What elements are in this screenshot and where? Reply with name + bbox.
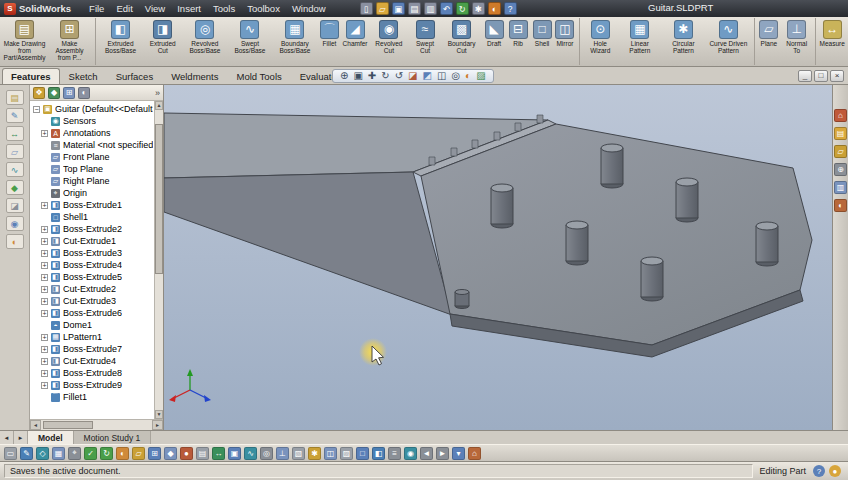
options-icon[interactable]: ✱ [472, 2, 485, 15]
design-library-icon[interactable]: ▤ [834, 127, 847, 140]
bottom-tool-icon[interactable]: ▤ [196, 447, 209, 460]
tree-item[interactable]: ◓ Dome1 [32, 319, 153, 331]
bottom-tool-icon[interactable]: ◄ [420, 447, 433, 460]
configurationmanager-tab-icon[interactable]: ⊞ [63, 87, 75, 99]
tuning-peg[interactable] [566, 221, 588, 265]
menu-view[interactable]: View [139, 2, 171, 15]
expand-icon[interactable] [41, 346, 48, 353]
bottom-tool-icon[interactable]: ● [180, 447, 193, 460]
chamfer-button[interactable]: ◢ Chamfer [341, 18, 368, 65]
extruded-boss-base-button[interactable]: ◧ Extruded Boss/Base [98, 18, 143, 65]
tree-item[interactable]: ◨ Cut-Extrude3 [32, 295, 153, 307]
expand-icon[interactable] [41, 130, 48, 137]
bottom-tool-icon[interactable]: ► [436, 447, 449, 460]
tab-mold-tools[interactable]: Mold Tools [228, 68, 291, 84]
circular-pattern-button[interactable]: ✱ Circular Pattern [661, 18, 706, 65]
menu-edit[interactable]: Edit [110, 2, 138, 15]
bottom-tool-icon[interactable]: ✱ [308, 447, 321, 460]
scroll-up-icon[interactable] [155, 101, 163, 110]
plane-button[interactable]: ▱ Plane [757, 18, 781, 65]
new-document-icon[interactable]: ▯ [360, 2, 373, 15]
measure-button[interactable]: ↔ Measure [818, 18, 846, 65]
close-window-button[interactable]: × [830, 70, 844, 82]
view-palette-icon[interactable]: ▥ [834, 181, 847, 194]
linear-pattern-button[interactable]: ▦ Linear Pattern [619, 18, 661, 65]
tree-item[interactable]: ◧ Boss-Extrude3 [32, 247, 153, 259]
scroll-tabs-right-button[interactable]: ► [14, 431, 28, 444]
tree-item[interactable]: ◨ Cut-Extrude1 [32, 235, 153, 247]
bottom-tool-icon[interactable]: ◎ [260, 447, 273, 460]
zoom-area-icon[interactable]: ▣ [353, 70, 362, 82]
bottom-tool-icon[interactable]: ◫ [324, 447, 337, 460]
tree-item-root[interactable]: ▣ Guitar (Default<<Default>_Di... [32, 103, 153, 115]
edit-appearance-icon[interactable]: ◐ [465, 70, 471, 82]
bottom-tool-icon[interactable]: ≡ [388, 447, 401, 460]
tree-item[interactable]: ◧ Boss-Extrude8 [32, 367, 153, 379]
bottom-tool-icon[interactable]: ▣ [228, 447, 241, 460]
viewport-canvas[interactable] [164, 85, 832, 430]
bottom-tool-icon[interactable]: ◐ [116, 447, 129, 460]
make-drawing-button[interactable]: ▤ Make Drawing from Part/Assembly [2, 18, 47, 65]
bottom-tool-icon[interactable]: ⊥ [276, 447, 289, 460]
expand-icon[interactable] [41, 250, 48, 257]
tuning-peg[interactable] [756, 222, 778, 266]
menu-toolbox[interactable]: Toolbox [241, 2, 286, 15]
hide-show-items-icon[interactable]: ◎ [451, 70, 460, 82]
zoom-fit-icon[interactable]: ⊕ [340, 70, 348, 82]
tab-weldments[interactable]: Weldments [162, 68, 227, 84]
featuremanager-tab-icon[interactable]: ❖ [33, 87, 45, 99]
bottom-tool-icon[interactable]: ▨ [340, 447, 353, 460]
bottom-tool-icon[interactable]: ↔ [212, 447, 225, 460]
help-button[interactable]: ? [813, 465, 825, 477]
bottom-tool-icon[interactable]: ▾ [452, 447, 465, 460]
tuning-peg[interactable] [601, 144, 623, 188]
shell-button[interactable]: □ Shell [530, 18, 554, 65]
print-preview-icon[interactable]: ▥ [424, 2, 437, 15]
tree-item[interactable]: ◧ Boss-Extrude9 [32, 379, 153, 391]
tree-item[interactable]: ▱ Front Plane [32, 151, 153, 163]
tree-item[interactable]: ◧ Boss-Extrude7 [32, 343, 153, 355]
boundary-boss-base-button[interactable]: ▦ Boundary Boss/Base [272, 18, 317, 65]
scroll-tabs-left-button[interactable]: ◄ [0, 431, 14, 444]
tree-item[interactable]: ▦ LPattern1 [32, 331, 153, 343]
view-orientation-icon[interactable]: ◩ [422, 70, 431, 82]
expand-icon[interactable] [41, 334, 48, 341]
tree-item[interactable]: ≡ Material <not specified> [32, 139, 153, 151]
previous-view-icon[interactable]: ↺ [395, 70, 403, 82]
make-assembly-button[interactable]: ⊞ Make Assembly from P... [47, 18, 96, 65]
displaymanager-tab-icon[interactable]: ◐ [78, 87, 90, 99]
tree-item[interactable]: ⌒ Fillet1 [32, 391, 153, 403]
menu-tools[interactable]: Tools [207, 2, 241, 15]
dimension-icon[interactable]: ↔ [6, 126, 24, 141]
undo-icon[interactable]: ↶ [440, 2, 453, 15]
extruded-cut-button[interactable]: ◨ Extruded Cut [143, 18, 182, 65]
section-view-icon[interactable]: ◪ [6, 198, 24, 213]
bottom-tool-icon[interactable]: ◇ [36, 447, 49, 460]
curve-icon[interactable]: ∿ [6, 162, 24, 177]
section-view-icon[interactable]: ◪ [408, 70, 417, 82]
tab-motion-study-1[interactable]: Motion Study 1 [74, 431, 152, 444]
tab-features[interactable]: Features [2, 68, 60, 84]
minimize-window-button[interactable]: _ [798, 70, 812, 82]
appearances-scenes-icon[interactable]: ◐ [834, 199, 847, 212]
tuning-peg[interactable] [491, 184, 513, 228]
tree-item[interactable]: ▱ Right Plane [32, 175, 153, 187]
file-explorer-icon[interactable]: ▱ [834, 145, 847, 158]
scroll-down-icon[interactable] [155, 410, 163, 419]
tab-model[interactable]: Model [28, 431, 74, 444]
expand-icon[interactable] [41, 286, 48, 293]
tree-item[interactable]: □ Shell1 [32, 211, 153, 223]
bottom-tool-icon[interactable]: ↻ [100, 447, 113, 460]
bottom-tool-icon[interactable]: ▧ [292, 447, 305, 460]
propertymanager-tab-icon[interactable]: ◆ [48, 87, 60, 99]
open-folder-icon[interactable]: ▱ [376, 2, 389, 15]
tab-sketch[interactable]: Sketch [60, 68, 107, 84]
rebuild-icon[interactable]: ↻ [456, 2, 469, 15]
tree-item[interactable]: ◨ Cut-Extrude4 [32, 355, 153, 367]
menu-window[interactable]: Window [286, 2, 332, 15]
expand-icon[interactable] [41, 262, 48, 269]
quick-tips-icon[interactable]: ● [829, 465, 841, 477]
tree-item[interactable]: ▱ Top Plane [32, 163, 153, 175]
help-icon[interactable]: ? [504, 2, 517, 15]
tree-vertical-scrollbar[interactable] [154, 101, 163, 419]
